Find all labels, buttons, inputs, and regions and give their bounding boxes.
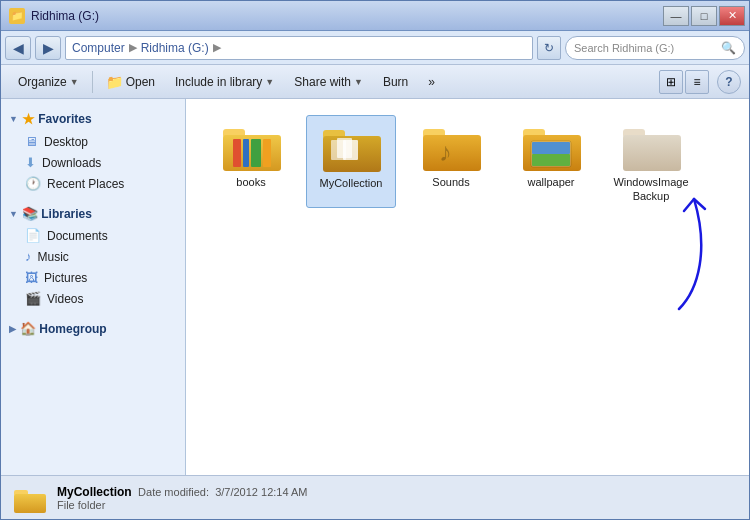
file-area: books — [186, 99, 749, 475]
sidebar-item-desktop[interactable]: 🖥 Desktop — [1, 131, 185, 152]
libraries-arrow: ▼ — [9, 209, 18, 219]
burn-label: Burn — [383, 75, 408, 89]
recent-places-icon: 🕐 — [25, 176, 41, 191]
title-bar-left: 📁 Ridhima (G:) — [9, 8, 99, 24]
homegroup-arrow: ▶ — [9, 324, 16, 334]
folder-mycollection-icon — [321, 120, 381, 172]
folder-wallpaper[interactable]: wallpaper — [506, 115, 596, 208]
favorites-arrow: ▼ — [9, 114, 18, 124]
sidebar-item-documents[interactable]: 📄 Documents — [1, 225, 185, 246]
folder-sounds[interactable]: ♪ Sounds — [406, 115, 496, 208]
share-dropdown-arrow: ▼ — [354, 77, 363, 87]
svg-rect-5 — [263, 139, 271, 167]
folder-mycollection[interactable]: MyCollection — [306, 115, 396, 208]
music-icon: ♪ — [25, 249, 32, 264]
status-folder-name: MyCollection — [57, 485, 132, 499]
status-date-label: Date modified: — [138, 486, 209, 498]
sidebar-libraries-header[interactable]: ▼ 📚 Libraries — [1, 202, 185, 225]
sidebar-item-downloads[interactable]: ⬇ Downloads — [1, 152, 185, 173]
folder-sounds-label: Sounds — [432, 175, 469, 189]
explorer-window: 📁 Ridhima (G:) — □ ✕ ◀ ▶ Computer ▶ Ridh… — [0, 0, 750, 520]
include-in-library-label: Include in library — [175, 75, 262, 89]
status-date-value: 3/7/2012 12:14 AM — [215, 486, 307, 498]
folder-books[interactable]: books — [206, 115, 296, 208]
search-icon: 🔍 — [721, 41, 736, 55]
folder-wallpaper-label: wallpaper — [527, 175, 574, 189]
homegroup-icon: 🏠 — [20, 321, 36, 336]
search-box[interactable]: Search Ridhima (G:) 🔍 — [565, 36, 745, 60]
sidebar-favorites-header[interactable]: ▼ ★ Favorites — [1, 107, 185, 131]
svg-rect-12 — [423, 135, 481, 171]
more-label: » — [428, 75, 435, 89]
libraries-label: Libraries — [41, 207, 92, 221]
address-path[interactable]: Computer ▶ Ridhima (G:) ▶ — [65, 36, 533, 60]
status-bar: MyCollection Date modified: 3/7/2012 12:… — [1, 475, 749, 519]
include-dropdown-arrow: ▼ — [265, 77, 274, 87]
folder-mycollection-label: MyCollection — [320, 176, 383, 190]
sidebar-item-pictures[interactable]: 🖼 Pictures — [1, 267, 185, 288]
folder-windowsimagebackup-icon — [621, 119, 681, 171]
share-with-button[interactable]: Share with ▼ — [285, 69, 372, 95]
open-button[interactable]: 📁 Open — [97, 69, 164, 95]
title-bar: 📁 Ridhima (G:) — □ ✕ — [1, 1, 749, 31]
star-icon: ★ — [22, 111, 35, 127]
forward-button[interactable]: ▶ — [35, 36, 61, 60]
more-button[interactable]: » — [419, 69, 444, 95]
sidebar-item-music[interactable]: ♪ Music — [1, 246, 185, 267]
documents-icon: 📄 — [25, 228, 41, 243]
burn-button[interactable]: Burn — [374, 69, 417, 95]
window-icon: 📁 — [9, 8, 25, 24]
view-details-button[interactable]: ≡ — [685, 70, 709, 94]
main-area: ▼ ★ Favorites 🖥 Desktop ⬇ Downloads 🕐 Re… — [1, 99, 749, 475]
libraries-icon: 📚 — [22, 206, 38, 221]
desktop-icon: 🖥 — [25, 134, 38, 149]
svg-rect-2 — [233, 139, 241, 167]
sidebar-homegroup-header[interactable]: ▶ 🏠 Homegroup — [1, 317, 185, 340]
svg-text:♪: ♪ — [439, 137, 452, 167]
open-icon: 📁 — [106, 74, 123, 90]
svg-rect-21 — [623, 135, 681, 171]
desktop-label: Desktop — [44, 135, 88, 149]
organize-button[interactable]: Organize ▼ — [9, 69, 88, 95]
folder-books-icon — [221, 119, 281, 171]
homegroup-label: Homegroup — [39, 322, 106, 336]
toolbar-separator-1 — [92, 71, 93, 93]
help-button[interactable]: ? — [717, 70, 741, 94]
videos-icon: 🎬 — [25, 291, 41, 306]
pictures-label: Pictures — [44, 271, 87, 285]
downloads-label: Downloads — [42, 156, 101, 170]
search-placeholder: Search Ridhima (G:) — [574, 42, 674, 54]
open-label: Open — [126, 75, 155, 89]
path-part-computer: Computer — [72, 41, 125, 55]
minimize-button[interactable]: — — [663, 6, 689, 26]
svg-rect-23 — [14, 494, 46, 513]
include-in-library-button[interactable]: Include in library ▼ — [166, 69, 283, 95]
refresh-button[interactable]: ↻ — [537, 36, 561, 60]
path-sep-2: ▶ — [213, 41, 221, 54]
maximize-button[interactable]: □ — [691, 6, 717, 26]
view-toggle-button[interactable]: ⊞ — [659, 70, 683, 94]
status-folder-icon — [13, 484, 45, 512]
status-type: File folder — [57, 499, 308, 511]
path-part-drive: Ridhima (G:) — [141, 41, 209, 55]
recent-places-label: Recent Places — [47, 177, 124, 191]
back-button[interactable]: ◀ — [5, 36, 31, 60]
sidebar-item-recent-places[interactable]: 🕐 Recent Places — [1, 173, 185, 194]
svg-rect-18 — [532, 142, 570, 154]
folder-wallpaper-icon — [521, 119, 581, 171]
sidebar: ▼ ★ Favorites 🖥 Desktop ⬇ Downloads 🕐 Re… — [1, 99, 186, 475]
organize-label: Organize — [18, 75, 67, 89]
view-icons: ⊞ ≡ ? — [659, 70, 741, 94]
sidebar-item-videos[interactable]: 🎬 Videos — [1, 288, 185, 309]
folder-windowsimagebackup[interactable]: WindowsImageBackup — [606, 115, 696, 208]
folder-sounds-icon: ♪ — [421, 119, 481, 171]
toolbar: Organize ▼ 📁 Open Include in library ▼ S… — [1, 65, 749, 99]
svg-rect-4 — [251, 139, 261, 167]
folder-windowsimagebackup-label: WindowsImageBackup — [610, 175, 692, 204]
downloads-icon: ⬇ — [25, 155, 36, 170]
folder-books-label: books — [236, 175, 265, 189]
share-with-label: Share with — [294, 75, 351, 89]
svg-rect-3 — [243, 139, 249, 167]
videos-label: Videos — [47, 292, 83, 306]
close-button[interactable]: ✕ — [719, 6, 745, 26]
